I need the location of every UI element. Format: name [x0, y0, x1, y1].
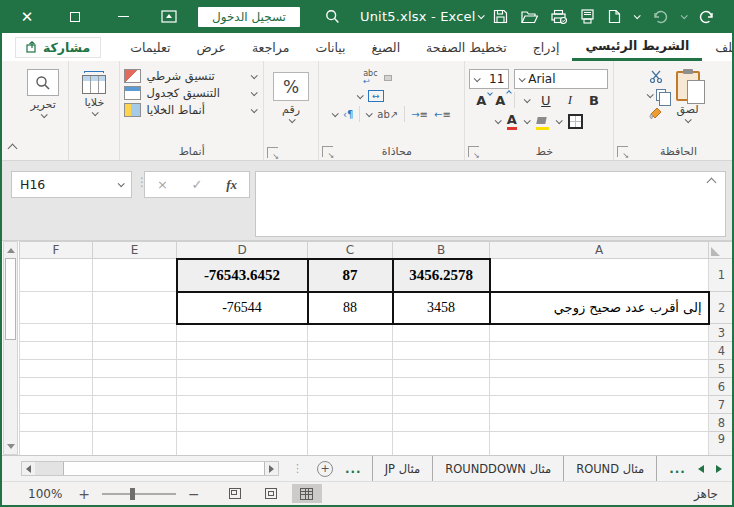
tab-data[interactable]: بيانات [302, 33, 358, 61]
horizontal-scroll-thumb[interactable] [63, 462, 265, 475]
name-box[interactable]: H16 [11, 171, 132, 198]
format-as-table-button[interactable]: التنسيق كجدول [124, 86, 259, 100]
minimize-icon[interactable] [112, 6, 134, 28]
tab-review[interactable]: مراجعة [239, 33, 303, 61]
cell-D8[interactable] [177, 414, 308, 432]
cell-F8[interactable] [20, 414, 93, 432]
new-dropdown-icon[interactable] [633, 12, 640, 19]
fill-color-icon[interactable] [536, 117, 549, 127]
quick-print-icon[interactable] [551, 9, 567, 24]
copy-icon[interactable] [656, 89, 666, 101]
row-header-5[interactable]: 5 [709, 360, 733, 378]
cell-E2[interactable] [93, 292, 177, 324]
formula-input[interactable] [255, 171, 726, 237]
underline-button[interactable]: U [538, 93, 553, 108]
orientation-dropdown-icon[interactable] [366, 110, 373, 117]
cell-C7[interactable] [308, 396, 393, 414]
cell-A9[interactable] [490, 432, 709, 456]
tab-file[interactable]: ملف [702, 33, 734, 61]
underline-dropdown-icon[interactable] [524, 96, 531, 103]
align-center-button[interactable] [404, 93, 412, 99]
col-header-E[interactable]: E [93, 242, 177, 259]
zoom-out-icon[interactable]: − [188, 486, 200, 502]
cell-D6[interactable] [177, 378, 308, 396]
page-break-preview-icon[interactable] [220, 484, 250, 503]
cell-B4[interactable] [393, 342, 490, 360]
zoom-in-icon[interactable]: + [78, 486, 90, 502]
maximize-icon[interactable] [64, 6, 86, 28]
cell-F2[interactable] [20, 292, 93, 324]
cell-C3[interactable] [308, 324, 393, 342]
merge-dropdown-icon[interactable] [357, 92, 364, 99]
vertical-scroll-thumb[interactable] [5, 258, 16, 340]
decrease-indent-icon[interactable]: ←≡ [434, 109, 451, 120]
cell-styles-button[interactable]: أنماط الخلايا [124, 103, 259, 117]
cell-C8[interactable] [308, 414, 393, 432]
tab-insert[interactable]: إدراج [520, 33, 573, 61]
font-size-combo[interactable]: 11 [469, 69, 509, 89]
undo-icon[interactable] [652, 10, 668, 24]
merge-center-icon[interactable]: ↔ [368, 90, 384, 102]
col-header-A[interactable]: A [490, 242, 709, 259]
font-dialog-launcher-icon[interactable] [468, 146, 479, 157]
zoom-level[interactable]: 100% [28, 487, 62, 501]
cell-D4[interactable] [177, 342, 308, 360]
cell-A7[interactable] [490, 396, 709, 414]
cell-E5[interactable] [93, 360, 177, 378]
cell-C1[interactable]: 87 [308, 259, 393, 292]
borders-icon[interactable] [568, 114, 583, 129]
cell-A1[interactable] [490, 259, 709, 292]
row-header-8[interactable]: 8 [709, 414, 733, 432]
tab-help[interactable]: تعليمات [117, 33, 183, 61]
orientation-icon[interactable]: ab↗ [377, 109, 398, 120]
scroll-up-icon[interactable] [4, 242, 17, 258]
tab-formulas[interactable]: الصيغ [359, 33, 414, 61]
col-header-B[interactable]: B [393, 242, 490, 259]
collapse-formula-bar-icon[interactable] [707, 178, 717, 188]
zoom-slider-thumb[interactable] [130, 488, 135, 500]
cell-F4[interactable] [20, 342, 93, 360]
wrap-text-icon[interactable]: abc↩ [363, 70, 377, 86]
sign-in-button[interactable]: تسجيل الدخول [198, 7, 300, 27]
row-header-4[interactable]: 4 [709, 342, 733, 360]
scroll-down-icon[interactable] [4, 438, 17, 454]
sheet-overflow-right[interactable]: ... [669, 462, 686, 476]
cell-F3[interactable] [20, 324, 93, 342]
clipboard-dialog-launcher-icon[interactable] [617, 146, 628, 157]
row-header-9[interactable]: 9 [709, 432, 733, 456]
cell-A6[interactable] [490, 378, 709, 396]
tab-view[interactable]: عرض [183, 33, 238, 61]
align-left-button[interactable] [390, 93, 398, 99]
cell-F7[interactable] [20, 396, 93, 414]
copy-dropdown-icon[interactable] [646, 91, 653, 98]
borders-dropdown-icon[interactable] [556, 117, 563, 124]
cell-F5[interactable] [20, 360, 93, 378]
cell-E4[interactable] [93, 342, 177, 360]
cell-A8[interactable] [490, 414, 709, 432]
cell-B9[interactable] [393, 432, 490, 456]
cell-C4[interactable] [308, 342, 393, 360]
sheet-tab-jp[interactable]: مثال JP [372, 456, 433, 481]
number-format-button[interactable]: % رقم [273, 69, 309, 123]
select-all-corner[interactable] [709, 242, 733, 259]
cell-C6[interactable] [308, 378, 393, 396]
font-color-icon[interactable]: A [507, 113, 517, 130]
add-sheet-icon[interactable]: + [317, 461, 333, 477]
cell-B3[interactable] [393, 324, 490, 342]
tab-page-layout[interactable]: تخطيط الصفحة [413, 33, 520, 61]
cell-A5[interactable] [490, 360, 709, 378]
cell-D1[interactable]: -76543.6452 [177, 259, 308, 292]
bottom-align-button[interactable] [412, 75, 420, 81]
zoom-slider[interactable] [102, 488, 176, 500]
cell-A2[interactable]: إلى أقرب عدد صحيح زوجي [490, 292, 709, 324]
redo-icon[interactable] [699, 10, 715, 24]
italic-button[interactable]: I [562, 92, 577, 108]
format-painter-icon[interactable] [649, 107, 663, 120]
top-align-button[interactable] [398, 75, 406, 81]
cell-A3[interactable] [490, 324, 709, 342]
print-preview-icon[interactable] [580, 9, 595, 24]
cell-D5[interactable] [177, 360, 308, 378]
cell-D9[interactable] [177, 432, 308, 456]
align-right-button[interactable] [418, 93, 426, 99]
middle-align-button[interactable] [384, 75, 392, 81]
